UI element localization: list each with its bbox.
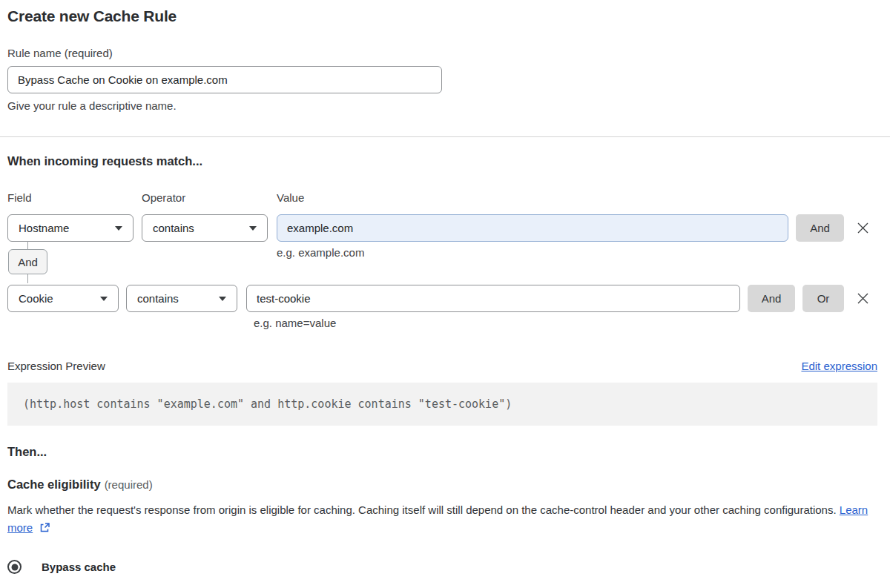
chevron-down-icon	[249, 226, 257, 231]
match-section-heading: When incoming requests match...	[7, 154, 877, 168]
value-hint: e.g. name=value	[254, 317, 877, 329]
operator-select-value: contains	[153, 222, 194, 234]
then-section-heading: Then...	[7, 445, 877, 459]
value-input[interactable]	[246, 285, 740, 312]
edit-expression-link[interactable]: Edit expression	[801, 360, 877, 372]
connector-and-button[interactable]: And	[8, 249, 47, 274]
page-title: Create new Cache Rule	[7, 7, 877, 25]
description-text: Mark whether the request's response from…	[7, 503, 837, 516]
add-and-condition-button[interactable]: And	[796, 214, 844, 242]
field-select[interactable]: Hostname	[7, 214, 134, 242]
rule-name-label: Rule name (required)	[7, 47, 877, 59]
operator-select[interactable]: contains	[126, 285, 237, 312]
chevron-down-icon	[219, 297, 226, 301]
add-and-condition-button[interactable]: And	[748, 285, 795, 312]
value-input[interactable]	[277, 214, 788, 242]
section-divider	[0, 136, 890, 137]
chevron-down-icon	[115, 226, 122, 231]
external-link-icon[interactable]	[39, 522, 50, 533]
condition-row: Cookie contains And Or	[7, 285, 877, 312]
expression-preview-code: (http.host contains "example.com" and ht…	[7, 383, 877, 426]
field-select-value: Cookie	[19, 292, 53, 305]
expression-preview-header: Expression Preview Edit expression	[7, 360, 877, 372]
add-or-condition-button[interactable]: Or	[802, 285, 844, 312]
expression-preview-label: Expression Preview	[7, 360, 105, 372]
cache-eligibility-heading: Cache eligibility(required)	[7, 478, 877, 492]
cache-eligibility-title: Cache eligibility	[7, 478, 101, 491]
radio-option-bypass-cache[interactable]: Bypass cache	[7, 560, 877, 574]
operator-select[interactable]: contains	[142, 214, 268, 242]
condition-row: Hostname contains And	[7, 214, 877, 242]
condition-builder: Field Operator Value Hostname contains A…	[7, 191, 877, 329]
required-note: (required)	[105, 478, 153, 491]
rule-name-input[interactable]	[7, 66, 442, 93]
operator-column-label: Operator	[142, 191, 277, 204]
radio-button-selected[interactable]	[7, 560, 22, 574]
field-column-label: Field	[7, 191, 142, 204]
radio-label: Bypass cache	[42, 561, 116, 573]
condition-column-labels: Field Operator Value	[7, 191, 877, 204]
value-column-label: Value	[277, 191, 304, 204]
cache-eligibility-description: Mark whether the request's response from…	[7, 501, 877, 537]
remove-row-button[interactable]	[855, 221, 870, 236]
close-icon	[856, 291, 870, 305]
chevron-down-icon	[100, 297, 108, 301]
rule-name-helper: Give your rule a descriptive name.	[7, 99, 877, 112]
create-cache-rule-form: Create new Cache Rule Rule name (require…	[0, 0, 890, 588]
field-select[interactable]: Cookie	[7, 285, 119, 312]
field-select-value: Hostname	[19, 222, 69, 234]
value-hint: e.g. example.com	[277, 246, 877, 259]
remove-row-button[interactable]	[855, 291, 870, 306]
close-icon	[856, 221, 870, 235]
operator-select-value: contains	[137, 292, 179, 305]
